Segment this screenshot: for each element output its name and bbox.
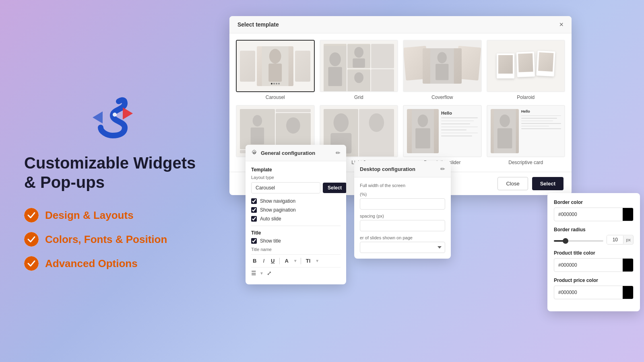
product-price-color-input[interactable]	[554, 287, 623, 298]
layout-select-button[interactable]: Select	[323, 183, 346, 193]
product-title-color-label: Product title color	[554, 250, 634, 256]
feature-item-1: Design & Layouts	[24, 208, 167, 222]
modal-close-button[interactable]: ×	[559, 21, 564, 28]
product-title-color-input[interactable]	[554, 260, 623, 270]
show-pagination-checkbox[interactable]	[251, 207, 257, 213]
svg-rect-15	[371, 45, 394, 68]
general-config-header: General configuration ✏	[246, 145, 346, 161]
svg-point-22	[253, 115, 262, 126]
desktop-config-edit-button[interactable]: ✏	[440, 166, 445, 172]
show-navigation-label: Show navigation	[260, 198, 295, 204]
auto-slide-checkbox[interactable]	[251, 216, 257, 222]
color-button[interactable]: A	[283, 257, 290, 265]
svg-rect-14	[353, 58, 365, 68]
product-title-color-swatch[interactable]	[623, 259, 634, 272]
slides-label: er of slides shown on page	[360, 235, 445, 240]
italic-button[interactable]: I	[261, 257, 266, 265]
svg-rect-8	[268, 63, 282, 81]
template-item-grid[interactable]: Grid	[320, 40, 398, 100]
modal-footer-select-button[interactable]: Select	[532, 177, 564, 190]
template-section-label: Template	[251, 167, 341, 173]
svg-marker-0	[123, 107, 133, 119]
feature-label-2: Colors, Fonts & Position	[45, 233, 167, 246]
svg-point-32	[418, 115, 428, 127]
show-navigation-checkbox[interactable]	[251, 198, 257, 204]
full-width-label: Full width of the screen	[360, 183, 445, 188]
font-size-arrow: ▼	[315, 259, 319, 263]
desc-card-label: Descriptive card	[508, 160, 543, 165]
template-item-carousel[interactable]: Carousel	[236, 40, 315, 100]
product-price-color-swatch[interactable]	[623, 286, 634, 299]
layout-type-input[interactable]	[251, 182, 320, 193]
grid-thumb[interactable]	[320, 40, 398, 92]
product-price-color-label: Product price color	[554, 278, 634, 283]
product-price-color-row	[554, 286, 634, 299]
spacing-label: spacing (px)	[360, 214, 445, 218]
auto-slide-row: Auto slide	[251, 216, 341, 222]
border-color-field: Border color	[554, 200, 634, 221]
desktop-config-panel: Desktop configuration ✏ Full width of th…	[354, 161, 451, 259]
underline-button[interactable]: U	[269, 257, 276, 265]
polaroid-thumb[interactable]	[487, 40, 566, 92]
template-item-polaroid[interactable]: Polaroid	[487, 40, 566, 100]
spacing-input[interactable]	[360, 220, 445, 231]
border-radius-label: Border radius	[554, 227, 634, 232]
svg-point-3	[25, 208, 38, 222]
align-arrow: ▼	[260, 271, 264, 276]
template-item-coverflow[interactable]: Coverflow	[403, 40, 482, 100]
radius-row: px	[554, 235, 634, 245]
check-icon-1	[24, 208, 39, 222]
left-panel: Customizable Widgets & Pop-ups Design & …	[0, 0, 225, 362]
desc-slider-thumb[interactable]: Hello	[403, 105, 482, 157]
radius-number-input[interactable]	[607, 235, 623, 244]
svg-marker-1	[93, 111, 103, 123]
general-config-panel: General configuration ✏ Template Layout …	[246, 145, 346, 284]
panels-area: Select template ×	[225, 0, 644, 362]
template-item-desc-slider[interactable]: Hello Descriptive slider	[403, 105, 482, 165]
show-pagination-label: Show pagination	[260, 207, 296, 213]
feature-item-2: Colors, Fonts & Position	[24, 232, 167, 247]
show-pagination-row: Show pagination	[251, 207, 341, 213]
svg-point-7	[269, 49, 281, 63]
svg-rect-33	[415, 128, 430, 148]
modal-title: Select template	[237, 21, 279, 28]
product-price-color-field: Product price color	[554, 278, 634, 299]
percent-input[interactable]	[360, 198, 445, 210]
border-panel: Border color Border radius px Product ti…	[547, 193, 640, 311]
general-config-edit-button[interactable]: ✏	[336, 150, 341, 156]
check-icon-3	[24, 256, 39, 271]
title-section-label: Title	[251, 230, 341, 236]
feature-list: Design & Layouts Colors, Fonts & Positio…	[24, 208, 167, 271]
show-title-row: Show title	[251, 238, 341, 244]
border-color-input[interactable]	[554, 209, 623, 220]
border-color-swatch[interactable]	[623, 208, 634, 221]
svg-point-19	[438, 52, 447, 64]
show-title-checkbox[interactable]	[251, 238, 257, 244]
desc-card-thumb[interactable]: Hello	[487, 105, 566, 157]
desktop-config-body: Full width of the screen (%) spacing (px…	[354, 177, 451, 259]
svg-point-13	[354, 47, 363, 58]
toolbar-bottom: ☰ ▼ ⤢	[251, 267, 341, 279]
bold-button[interactable]: B	[251, 257, 258, 265]
section-divider	[251, 226, 341, 226]
coverflow-thumb[interactable]	[403, 40, 482, 92]
carousel-thumb[interactable]	[236, 40, 315, 92]
product-title-color-row	[554, 258, 634, 272]
expand-button[interactable]: ⤢	[267, 270, 272, 276]
align-left-button[interactable]: ☰	[251, 270, 256, 276]
svg-point-5	[25, 257, 38, 270]
radius-value-input: px	[607, 235, 634, 245]
svg-rect-20	[436, 64, 449, 80]
check-icon-2	[24, 232, 39, 247]
svg-rect-36	[497, 128, 512, 148]
svg-point-30	[369, 113, 384, 132]
svg-point-10	[329, 52, 341, 66]
radius-slider[interactable]	[554, 240, 603, 242]
font-size-button[interactable]: Tl	[304, 257, 312, 265]
template-item-desc-card[interactable]: Hello Descriptive card	[487, 105, 566, 165]
percent-label: (%)	[360, 192, 445, 197]
show-navigation-row: Show navigation	[251, 198, 341, 204]
slides-select[interactable]	[360, 242, 445, 253]
svg-point-4	[25, 232, 38, 246]
modal-footer-close-button[interactable]: Close	[497, 177, 528, 190]
